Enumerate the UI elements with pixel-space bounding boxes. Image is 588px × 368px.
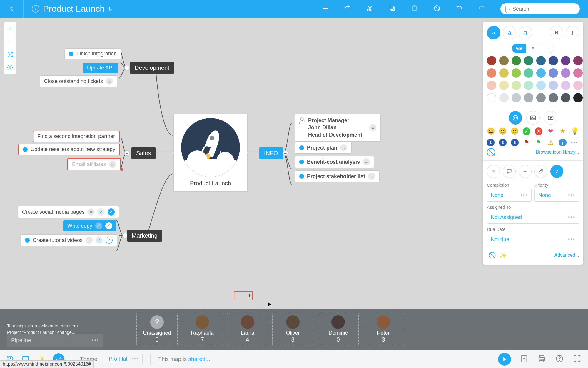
fill-color-tab[interactable]: ◉◉ [512,44,526,53]
notes-icon[interactable]: ≡ [369,124,376,131]
color-swatch[interactable] [524,93,533,102]
color-swatch[interactable] [524,56,533,65]
drag-handle-icon[interactable] [120,168,123,171]
branch-info[interactable]: INFO [259,147,283,159]
notes-icon[interactable]: ≡ [88,208,95,216]
branch-marketing[interactable]: Marketing [127,230,162,242]
emoji-info[interactable]: i [559,139,567,146]
check-icon[interactable]: ✓ [98,208,105,216]
check-icon[interactable]: ✓ [96,237,103,244]
clear-task-button[interactable] [487,250,497,261]
collapse-toggle[interactable]: – [283,150,288,156]
link-arrow-icon[interactable]: → [86,237,93,244]
color-swatch[interactable] [524,81,533,90]
completion-select[interactable]: None••• [487,189,532,202]
background-color-tab[interactable]: ▭ [540,44,554,53]
node-social-media[interactable]: Create social media pages≡✓✓ [18,206,119,218]
italic-button[interactable]: I [566,26,579,39]
color-swatch[interactable] [573,93,583,102]
help-button[interactable] [555,354,564,364]
attachment-link-button[interactable] [534,165,547,178]
node-update-api[interactable]: Update API [83,63,118,73]
notes-icon[interactable]: ≡ [109,161,116,168]
color-swatch[interactable] [499,68,509,78]
paste-button[interactable] [411,5,418,13]
central-node[interactable]: Product Launch [173,114,248,192]
assignee-raphaela[interactable]: Raphaela7 [182,313,223,345]
link-arrow-icon[interactable]: → [368,173,375,180]
video-tab[interactable] [544,111,557,125]
notes-button[interactable]: ≡ [487,165,500,178]
emoji-star[interactable]: ★ [559,127,567,135]
emoji-one[interactable]: 1 [487,139,495,146]
copy-button[interactable] [389,5,396,13]
color-swatch[interactable] [487,81,496,90]
font-size-large[interactable]: a [519,26,532,39]
assignee-unassigned[interactable]: ?Unassigned0 [136,313,178,345]
emoji-bulb[interactable]: 💡 [571,127,578,135]
info-icon[interactable]: i [32,5,39,13]
delete-button[interactable] [433,5,440,13]
print-button[interactable] [537,354,546,364]
search-box[interactable]: ▾ [500,3,580,14]
browse-icons-link[interactable]: Browse icon library... [536,150,579,155]
color-swatch[interactable] [536,93,546,102]
color-swatch[interactable] [561,68,570,78]
text-color-tab[interactable]: A [526,44,540,53]
font-size-small[interactable]: a [487,26,500,39]
assignee-peter[interactable]: Peter3 [363,313,404,345]
node-project-plan[interactable]: Project plan→ [295,142,352,154]
emoji-check[interactable]: ✓ [523,127,530,135]
image-tab[interactable] [526,111,540,125]
add-task-slot[interactable]: + [234,291,253,300]
color-swatch[interactable] [487,56,496,65]
comment-button[interactable] [503,165,516,178]
task-button[interactable]: ✓ [550,165,563,178]
add-node-button[interactable] [322,5,329,13]
color-swatch[interactable] [512,56,521,65]
check-filled-icon[interactable]: ✓ [108,208,115,216]
play-button[interactable] [498,353,511,366]
color-swatch[interactable] [536,68,546,78]
node-write-copy[interactable]: Write copy✓✓ [63,220,116,231]
link-arrow-button[interactable]: → [519,165,532,178]
color-swatch[interactable] [561,93,570,102]
branch-development[interactable]: Development [130,62,174,74]
color-swatch[interactable] [573,81,583,90]
no-icon-button[interactable] [487,148,495,156]
check-outline-icon[interactable]: ✓ [106,237,113,244]
color-swatch[interactable] [573,56,583,65]
emoji-three[interactable]: 3 [511,139,519,146]
link-arrow-icon[interactable]: → [363,158,370,165]
node-project-manager[interactable]: Project Manager John Dillan Head of Deve… [295,114,381,142]
emoji-two[interactable]: 2 [499,139,507,146]
color-swatch[interactable] [549,68,558,78]
emoji-more[interactable]: ••• [571,139,578,146]
magic-wand-button[interactable]: ✨ [497,250,508,261]
redo-button[interactable] [478,5,485,13]
node-stakeholder-list[interactable]: Project stakeholder list→ [295,170,380,182]
emoji-tab[interactable] [509,111,522,125]
advanced-link[interactable]: Advanced... [554,253,579,258]
emoji-sad[interactable]: 🙁 [511,127,519,135]
undo-button[interactable] [456,5,463,13]
check-icon[interactable]: ✓ [95,222,102,229]
color-swatch[interactable] [512,81,521,90]
node-close-tickets[interactable]: Close outstanding tickets≡ [40,75,117,87]
collapse-toggle[interactable]: – [124,150,130,156]
assignee-oliver[interactable]: Oliver3 [272,313,313,345]
color-swatch[interactable] [499,56,509,65]
theme-select[interactable]: Pro Flat••• [105,354,143,364]
emoji-flag-green[interactable]: ⚑ [535,139,542,146]
map-title[interactable]: i Product Launch ⇅ [24,4,112,14]
assigned-select[interactable]: Not Assigned••• [487,211,579,224]
color-swatch[interactable] [487,68,496,78]
cut-button[interactable] [366,5,373,13]
node-tutorial-videos[interactable]: Create tutorial videos→✓✓ [21,234,117,246]
node-email-affiliates[interactable]: Email affiliates≡ [67,158,121,170]
emoji-neutral[interactable]: 😐 [499,127,507,135]
color-swatch[interactable] [487,93,496,102]
color-swatch[interactable] [512,68,521,78]
color-swatch[interactable] [499,81,509,90]
font-size-medium[interactable]: a [503,26,516,39]
